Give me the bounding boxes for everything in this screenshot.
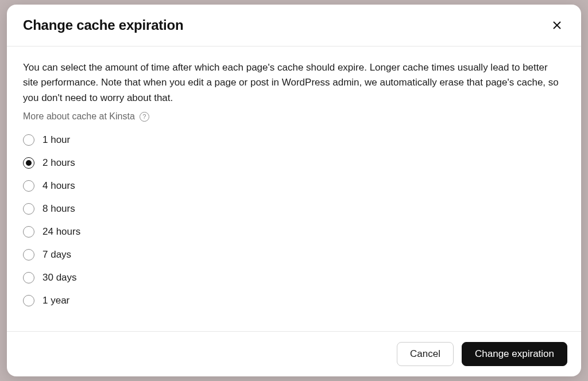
- radio-option[interactable]: 2 hours: [23, 157, 565, 169]
- modal-body: You can select the amount of time after …: [7, 46, 581, 331]
- radio-button[interactable]: [23, 134, 34, 146]
- modal-footer: Cancel Change expiration: [7, 331, 581, 376]
- radio-button[interactable]: [23, 249, 34, 261]
- radio-button[interactable]: [23, 226, 34, 238]
- radio-button[interactable]: [23, 157, 34, 169]
- radio-button[interactable]: [23, 272, 34, 283]
- radio-option[interactable]: 4 hours: [23, 180, 565, 192]
- radio-option[interactable]: 30 days: [23, 272, 565, 283]
- radio-option[interactable]: 8 hours: [23, 203, 565, 215]
- cache-expiration-modal: Change cache expiration You can select t…: [7, 5, 581, 376]
- change-expiration-button[interactable]: Change expiration: [462, 342, 567, 366]
- radio-label: 1 year: [42, 295, 69, 306]
- radio-option[interactable]: 24 hours: [23, 226, 565, 238]
- expiration-radio-group: 1 hour2 hours4 hours8 hours24 hours7 day…: [23, 134, 565, 306]
- radio-option[interactable]: 1 year: [23, 295, 565, 306]
- close-icon: [552, 21, 562, 30]
- help-icon: ?: [140, 112, 149, 122]
- more-info-link: More about cache at Kinsta: [23, 111, 135, 122]
- radio-label: 24 hours: [42, 226, 80, 238]
- radio-button[interactable]: [23, 295, 34, 306]
- more-info-row[interactable]: More about cache at Kinsta ?: [23, 111, 565, 122]
- radio-label: 2 hours: [42, 157, 75, 169]
- radio-label: 30 days: [42, 272, 77, 283]
- close-button[interactable]: [549, 17, 565, 33]
- radio-option[interactable]: 7 days: [23, 249, 565, 261]
- radio-label: 8 hours: [42, 203, 75, 215]
- radio-label: 4 hours: [42, 180, 75, 192]
- modal-title: Change cache expiration: [23, 17, 184, 33]
- radio-button[interactable]: [23, 180, 34, 192]
- modal-description: You can select the amount of time after …: [23, 60, 565, 106]
- modal-header: Change cache expiration: [7, 5, 581, 46]
- cancel-button[interactable]: Cancel: [397, 342, 454, 366]
- radio-option[interactable]: 1 hour: [23, 134, 565, 146]
- radio-dot-icon: [26, 160, 32, 166]
- radio-label: 1 hour: [42, 134, 70, 146]
- radio-button[interactable]: [23, 203, 34, 215]
- radio-label: 7 days: [42, 249, 71, 261]
